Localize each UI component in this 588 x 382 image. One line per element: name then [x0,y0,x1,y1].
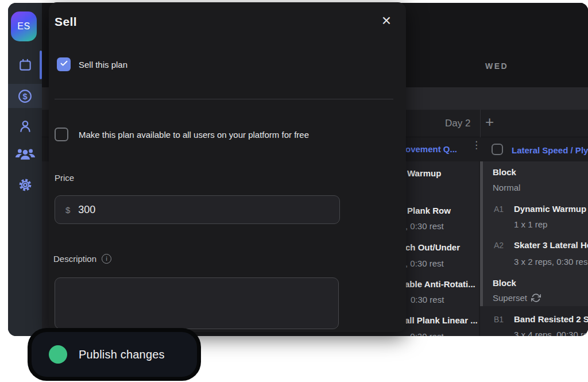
sidebar-item-calendar[interactable] [8,53,42,77]
block-label: Block [493,278,516,288]
exercise-name: Skater 3 Lateral Hop [514,240,588,250]
sell-this-plan-label: Sell this plan [79,60,127,70]
description-label: Description [53,254,96,264]
block-type: Normal [493,183,520,192]
profile-icon [17,118,33,134]
free-plan-label: Make this plan available to all users on… [79,130,309,140]
add-day-button[interactable]: + [485,113,494,131]
superset-loop-icon [531,293,541,305]
exercise-tag: A2 [494,241,504,250]
page: ES $ [0,0,588,382]
dollar-glyph: $ [22,91,27,101]
settings-icon [17,177,33,193]
publish-changes-label: Publish changes [79,348,165,361]
day-header-label: WED [485,61,508,71]
sidebar-item-clients[interactable] [8,143,42,167]
sidebar: ES $ [8,3,42,336]
left-workout-menu-icon[interactable]: ⋮ [471,143,481,148]
clients-icon [16,146,35,164]
exercise-tag: B1 [494,315,504,324]
left-workout-title[interactable]: ovement Q... [405,144,457,154]
currency-prefix: $ [65,205,70,215]
sidebar-item-sell[interactable]: $ [8,84,42,108]
right-workout-title[interactable]: Lateral Speed / Plyo [512,145,588,155]
sell-modal: Sell × Sell this plan Make this plan ava… [49,2,406,332]
price-field[interactable]: $ [55,195,340,224]
sell-this-plan-checkbox[interactable] [57,57,71,71]
exercise-name: Plank Row [407,206,451,215]
exercise-detail: 1 x 1 rep [514,219,547,229]
publish-changes-button[interactable]: Publish changes [32,332,197,377]
exercise-name: all Plank Linear ... [405,315,478,325]
exercise-name: ch Out/Under [405,242,460,252]
exercise-detail: , 0:30 rest [405,221,444,231]
dollar-icon: $ [17,88,33,104]
block-type: Superset [493,293,527,303]
exercise-name: Warmup [407,168,441,178]
price-input[interactable] [78,204,308,216]
exercise-tag: A1 [494,204,504,214]
exercise-detail: 3 x 4 reps, 00:30 re [514,330,588,336]
sidebar-item-profile[interactable] [8,114,42,138]
exercise-name: Dynamic Warmup [514,204,586,214]
exercise-name: able Anti-Rotati... [405,279,475,289]
exercise-detail: , 0:30 rest [405,258,444,268]
modal-divider [55,99,393,99]
workout-select-checkbox[interactable] [492,144,503,155]
status-dot-icon [49,345,67,364]
calendar-icon [18,57,33,72]
exercise-name: Band Resisted 2 Step [514,314,588,324]
check-icon [60,59,68,70]
block-a-left-strip [480,161,483,306]
avatar[interactable]: ES [11,11,37,41]
block-label: Block [493,167,516,177]
free-plan-checkbox[interactable] [55,128,68,141]
exercise-detail: , 0:30 rest [405,331,444,336]
avatar-initials: ES [17,21,30,32]
exercise-detail: 0:30 rest [411,295,444,304]
day-column-title: Day 2 [445,118,470,129]
modal-title: Sell [55,15,77,29]
close-icon[interactable]: × [382,13,391,29]
price-label: Price [55,173,74,183]
exercise-detail: 3 x 2 reps, 0:30 res [514,257,587,267]
info-icon[interactable]: i [102,254,111,264]
sidebar-item-settings[interactable] [8,173,42,197]
description-textarea[interactable] [55,277,339,329]
